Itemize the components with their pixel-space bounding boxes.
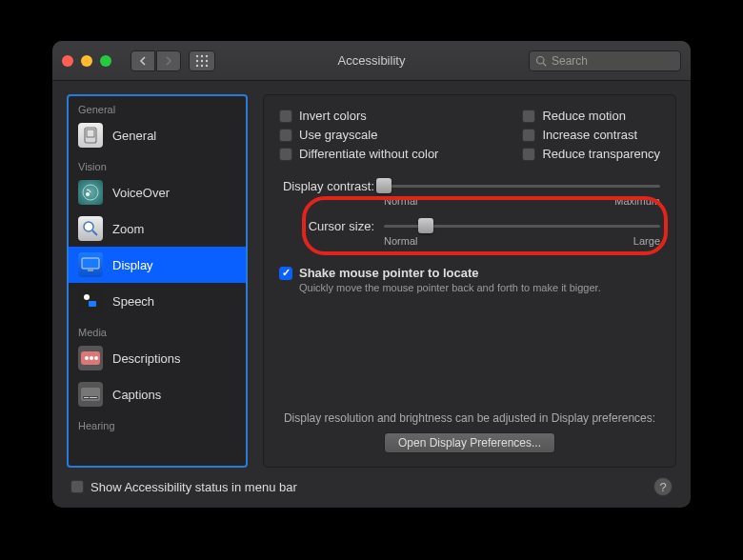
sidebar-item-label: VoiceOver (112, 186, 170, 200)
forward-button[interactable] (156, 50, 181, 71)
svg-point-15 (84, 222, 93, 231)
svg-rect-12 (87, 130, 94, 137)
display-contrast-slider[interactable] (384, 176, 660, 195)
svg-point-7 (201, 64, 203, 66)
display-contrast-label: Display contrast: (279, 179, 374, 193)
speech-icon (78, 289, 103, 313)
use-grayscale-checkbox[interactable]: Use grayscale (279, 128, 438, 142)
svg-line-10 (543, 63, 546, 66)
sidebar-item-display[interactable]: Display (69, 247, 246, 283)
svg-point-2 (206, 54, 208, 56)
search-field[interactable] (529, 50, 681, 71)
svg-rect-29 (90, 397, 97, 398)
sidebar-item-label: Speech (112, 294, 154, 309)
svg-line-16 (92, 230, 97, 235)
sidebar-item-general[interactable]: General (69, 117, 246, 153)
slider-min-label: Normal (384, 195, 417, 207)
checkbox-label: Shake mouse pointer to locate (299, 266, 479, 280)
slider-max-label: Maximum (614, 195, 660, 207)
cursor-size-slider[interactable] (384, 216, 660, 235)
minimize-button[interactable] (81, 55, 92, 67)
accessibility-preferences-window: Accessibility General General Vision (52, 41, 691, 508)
split-view: General General Vision VoiceOver (67, 94, 676, 468)
back-button[interactable] (131, 50, 155, 71)
svg-point-0 (196, 54, 198, 56)
sidebar-item-descriptions[interactable]: Descriptions (69, 340, 246, 376)
sidebar-item-label: Zoom (112, 222, 144, 236)
svg-point-8 (206, 64, 208, 66)
svg-point-5 (206, 59, 208, 61)
display-contrast-group: Display contrast: Normal Maximum (279, 176, 660, 207)
slider-min-label: Normal (384, 235, 417, 247)
sidebar-item-label: General (112, 129, 156, 143)
checkbox-label: Show Accessibility status in menu bar (90, 480, 297, 494)
panel-footer: Display resolution and brightness can be… (279, 411, 660, 453)
reduce-transparency-checkbox[interactable]: Reduce transparency (522, 147, 660, 161)
svg-point-9 (537, 56, 545, 64)
display-prefs-note: Display resolution and brightness can be… (279, 411, 660, 425)
svg-point-21 (84, 294, 90, 300)
cursor-size-label: Cursor size: (279, 219, 374, 233)
captions-icon (78, 382, 103, 407)
general-icon (78, 123, 103, 148)
search-input[interactable] (552, 54, 674, 68)
window-body: General General Vision VoiceOver (52, 81, 691, 508)
sidebar-item-voiceover[interactable]: VoiceOver (69, 174, 246, 210)
svg-point-4 (201, 59, 203, 61)
svg-point-1 (201, 54, 203, 56)
increase-contrast-checkbox[interactable]: Increase contrast (522, 128, 660, 142)
checkbox-label: Reduce transparency (542, 147, 660, 161)
show-all-button[interactable] (189, 50, 215, 71)
slider-max-label: Large (633, 235, 660, 247)
sidebar-section-header: Media (69, 319, 246, 340)
svg-rect-28 (84, 397, 89, 398)
open-display-preferences-button[interactable]: Open Display Preferences... (384, 432, 555, 453)
checkbox-label: Invert colors (299, 109, 367, 123)
checkbox-label: Reduce motion (542, 109, 625, 123)
checkbox-label: Increase contrast (542, 128, 637, 142)
display-icon (78, 252, 103, 277)
shake-pointer-group: Shake mouse pointer to locate Quickly mo… (279, 266, 660, 293)
category-sidebar[interactable]: General General Vision VoiceOver (67, 94, 248, 468)
window-controls (62, 55, 111, 67)
reduce-motion-checkbox[interactable]: Reduce motion (522, 109, 660, 123)
sidebar-item-label: Display (112, 258, 153, 272)
checkbox-label: Use grayscale (299, 128, 377, 142)
close-button[interactable] (62, 55, 73, 67)
zoom-button[interactable] (100, 55, 111, 67)
sidebar-item-captions[interactable]: Captions (69, 376, 246, 412)
nav-buttons (131, 50, 181, 71)
display-settings-panel: Invert colors Use grayscale Differentiat… (263, 94, 676, 468)
sidebar-item-zoom[interactable]: Zoom (69, 210, 246, 247)
cursor-size-group: Cursor size: Normal Large (279, 216, 660, 247)
help-button[interactable]: ? (653, 477, 673, 496)
show-status-in-menubar-checkbox[interactable]: Show Accessibility status in menu bar (70, 480, 297, 494)
descriptions-icon (78, 346, 103, 370)
checkbox-label: Differentiate without color (299, 147, 438, 161)
search-icon (535, 55, 547, 67)
zoom-icon (78, 216, 103, 241)
differentiate-without-color-checkbox[interactable]: Differentiate without color (279, 147, 438, 161)
svg-rect-17 (82, 258, 99, 269)
svg-rect-20 (89, 301, 96, 307)
sidebar-item-label: Captions (112, 388, 161, 402)
svg-rect-19 (88, 270, 93, 271)
sidebar-item-speech[interactable]: Speech (69, 283, 246, 319)
invert-colors-checkbox[interactable]: Invert colors (279, 109, 438, 123)
svg-point-3 (196, 59, 198, 61)
voiceover-icon (78, 180, 103, 205)
shake-pointer-hint: Quickly move the mouse pointer back and … (299, 282, 660, 293)
svg-point-6 (196, 64, 198, 66)
titlebar: Accessibility (52, 41, 691, 81)
window-title: Accessibility (338, 53, 406, 68)
sidebar-item-label: Descriptions (112, 351, 181, 366)
sidebar-section-header: Vision (69, 153, 246, 174)
svg-point-24 (90, 356, 93, 360)
bottom-bar: Show Accessibility status in menu bar ? (67, 477, 676, 496)
svg-point-25 (94, 356, 98, 360)
sidebar-section-header: General (69, 96, 246, 117)
sidebar-section-header: Hearing (69, 412, 246, 433)
top-checkboxes: Invert colors Use grayscale Differentiat… (279, 109, 660, 161)
shake-pointer-checkbox[interactable]: Shake mouse pointer to locate (279, 266, 660, 280)
svg-point-23 (85, 356, 89, 360)
